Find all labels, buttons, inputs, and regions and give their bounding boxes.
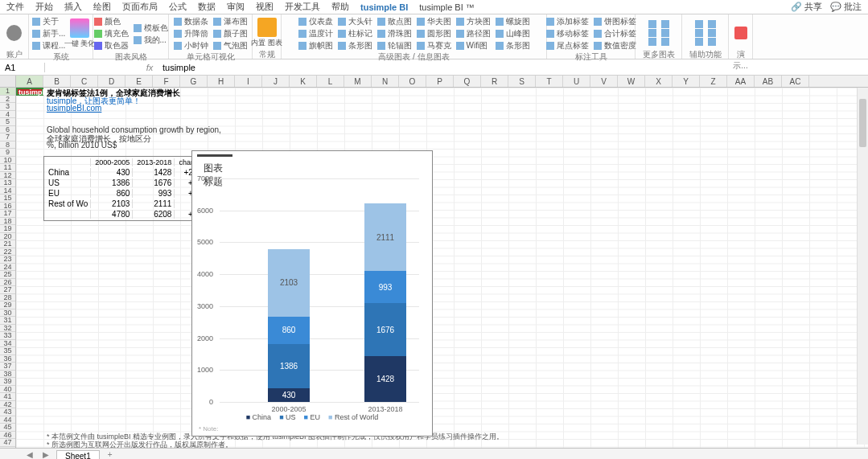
newbie-btn[interactable]: 新手... <box>32 28 65 39</box>
col-AA[interactable]: AA <box>727 76 755 87</box>
about-btn[interactable]: 关于 <box>32 16 65 27</box>
col-K[interactable]: K <box>290 76 317 87</box>
sheet-add[interactable]: + <box>105 450 116 460</box>
course-btn[interactable]: 课程... <box>32 40 65 51</box>
chart-legend: China US EU Rest of World <box>192 413 432 421</box>
col-C[interactable]: C <box>71 76 98 87</box>
col-B[interactable]: B <box>43 76 71 87</box>
group-system: 系统 <box>32 51 89 61</box>
col-H[interactable]: H <box>208 76 235 87</box>
col-W[interactable]: W <box>618 76 645 87</box>
tab-dev[interactable]: 开发工具 <box>285 1 320 13</box>
share-button[interactable]: 🔗 共享 <box>791 1 822 13</box>
ribbon: 账户 关于 新手... 课程... 一键 美化 系统 颜色 填充色 取色器 模板… <box>0 14 868 59</box>
col-P[interactable]: P <box>426 76 454 87</box>
col-D[interactable]: D <box>98 76 125 87</box>
vertical-scrollbar[interactable] <box>857 88 868 445</box>
picker-btn[interactable]: 取色器 <box>94 40 129 51</box>
col-AC[interactable]: AC <box>782 76 809 87</box>
col-X[interactable]: X <box>645 76 673 87</box>
col-N[interactable]: N <box>372 76 399 87</box>
col-T[interactable]: T <box>536 76 563 87</box>
formula-bar: A1 fx tusimple <box>0 59 868 76</box>
tab-insert[interactable]: 插入 <box>64 1 82 13</box>
chart-note: * Note: <box>199 425 218 432</box>
col-V[interactable]: V <box>590 76 618 87</box>
tab-data[interactable]: 数据 <box>198 1 216 13</box>
col-AB[interactable]: AB <box>755 76 782 87</box>
tab-review[interactable]: 审阅 <box>227 1 245 13</box>
active-cell[interactable]: tusimple <box>16 88 43 96</box>
comments-button[interactable]: 💬 批注 <box>830 1 862 13</box>
col-E[interactable]: E <box>125 76 153 87</box>
col-U[interactable]: U <box>563 76 590 87</box>
col-G[interactable]: G <box>180 76 208 87</box>
col-M[interactable]: M <box>344 76 372 87</box>
tab-help[interactable]: 帮助 <box>331 1 349 13</box>
row-47[interactable]: 47 <box>0 439 15 447</box>
tab-formula[interactable]: 公式 <box>169 1 187 13</box>
col-O[interactable]: O <box>399 76 426 87</box>
tab-home[interactable]: 开始 <box>35 1 53 13</box>
col-I[interactable]: I <box>235 76 262 87</box>
tab-tusimple-bi-tm[interactable]: tusimple BI ™ <box>419 2 474 12</box>
col-L[interactable]: L <box>317 76 344 87</box>
name-box[interactable]: A1 <box>0 63 45 72</box>
sheet-next[interactable]: ▶ <box>40 450 51 460</box>
link[interactable]: tusimpleBI.com <box>47 104 101 113</box>
group-cellvis: 单元格可视化 <box>172 51 249 61</box>
row-headers: 1234567891011121314151617181920212223242… <box>0 88 16 448</box>
template-btn[interactable]: 模板色 <box>134 23 168 34</box>
col-R[interactable]: R <box>481 76 508 87</box>
col-Y[interactable]: Y <box>673 76 700 87</box>
cells-grid[interactable]: tusimple 麦肯锡标签法1例，全球家庭消费增长 tusimple，让图表更… <box>16 88 868 448</box>
color-btn[interactable]: 颜色 <box>94 16 129 27</box>
tab-tusimple-bi[interactable]: tusimple BI <box>360 2 408 12</box>
menu-tabs: 文件 开始 插入 绘图 页面布局 公式 数据 审阅 视图 开发工具 帮助 tus… <box>0 0 868 14</box>
col-S[interactable]: S <box>508 76 536 87</box>
col-A[interactable]: A <box>16 76 43 87</box>
tab-layout[interactable]: 页面布局 <box>122 1 158 13</box>
beautify-btn[interactable]: 一键 美化 <box>70 18 89 49</box>
tab-view[interactable]: 视图 <box>256 1 274 13</box>
sheet-prev[interactable]: ◀ <box>24 450 35 460</box>
col-F[interactable]: F <box>153 76 180 87</box>
column-headers: ABCDEFGHIJKLMNOPQRSTUVWXYZAAABAC <box>0 76 868 88</box>
sheet-tab-1[interactable]: Sheet1 <box>56 450 100 460</box>
avatar[interactable] <box>6 25 22 41</box>
col-J[interactable]: J <box>262 76 290 87</box>
fill-btn[interactable]: 填充色 <box>94 28 129 39</box>
group-style: 图表风格 <box>97 51 165 61</box>
select-all-corner[interactable] <box>0 76 16 87</box>
col-Z[interactable]: Z <box>700 76 727 87</box>
col-Q[interactable]: Q <box>454 76 481 87</box>
mycolor-btn[interactable]: 我的... <box>134 35 168 46</box>
group-advcharts: 高级图表 / 信息图表 <box>285 51 543 61</box>
formula-input[interactable]: tusimple <box>158 63 868 72</box>
tab-file[interactable]: 文件 <box>6 1 24 13</box>
data-table: 2000-20052013-2018change% China4301428+2… <box>43 156 215 221</box>
chart[interactable]: 图表标题 01000200030004000500060007000 43013… <box>191 150 433 436</box>
tab-draw[interactable]: 绘图 <box>93 1 111 13</box>
fx-icon[interactable]: fx <box>142 63 158 72</box>
group-account: 账户 <box>3 49 25 59</box>
builtin-chart-btn[interactable]: 内置 图表 <box>256 18 278 48</box>
